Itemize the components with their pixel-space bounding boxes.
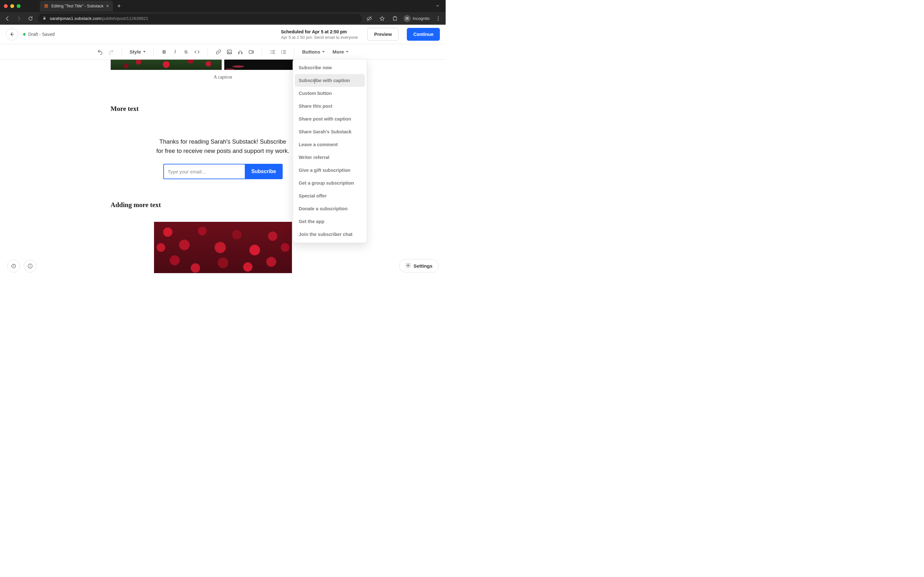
email-input[interactable]: Type your email...	[163, 164, 245, 179]
dropdown-item-join-the-subscriber-chat[interactable]: Join the subscriber chat	[295, 228, 365, 241]
dropdown-item-subscribe-with-caption[interactable]: Subscribe with caption	[295, 74, 365, 87]
dropdown-item-leave-a-comment[interactable]: Leave a comment	[295, 138, 365, 151]
editor-back-button[interactable]	[6, 28, 18, 40]
fullscreen-window-icon[interactable]	[17, 4, 21, 8]
more-label: More	[333, 49, 344, 55]
dropdown-item-give-a-gift-subscription[interactable]: Give a gift subscription	[295, 164, 365, 177]
svg-point-6	[406, 19, 407, 20]
close-tab-icon[interactable]: ×	[106, 3, 109, 9]
svg-point-12	[228, 51, 229, 52]
svg-rect-13	[238, 52, 239, 54]
url-path: /publish/post/112638921	[101, 16, 148, 21]
incognito-icon	[404, 15, 411, 22]
svg-rect-1	[45, 5, 48, 6]
eye-off-icon[interactable]	[365, 15, 373, 23]
subscribe-form: Type your email... Subscribe	[163, 164, 283, 179]
schedule-title: Scheduled for Apr 5 at 2:50 pm	[281, 29, 358, 34]
kebab-menu-icon[interactable]	[434, 15, 443, 23]
new-tab-button[interactable]: +	[118, 3, 121, 10]
bullet-list-button[interactable]	[268, 47, 278, 57]
dropdown-item-subscribe-now[interactable]: Subscribe now	[295, 61, 365, 74]
chevron-down-icon	[346, 51, 349, 53]
forward-icon[interactable]	[15, 15, 23, 23]
buttons-dropdown-panel: Subscribe now Subscribe with caption Cus…	[292, 59, 367, 243]
code-button[interactable]	[192, 47, 202, 57]
dropdown-item-donate-a-subscription[interactable]: Donate a subscription	[295, 202, 365, 215]
status-dot-icon	[23, 33, 26, 35]
editor-body: A caption More text Thanks for reading S…	[0, 60, 446, 278]
dropdown-item-get-a-group-subscription[interactable]: Get a group subscription	[295, 177, 365, 189]
svg-rect-2	[43, 18, 45, 19]
svg-point-16	[270, 50, 271, 51]
browser-tab[interactable]: Editing "Test Title" - Substack ×	[40, 1, 113, 11]
info-button[interactable]	[24, 259, 37, 272]
svg-point-10	[438, 19, 439, 21]
incognito-label: Incognito	[413, 16, 430, 21]
extensions-icon[interactable]	[391, 15, 399, 23]
tabs-overflow-icon[interactable]	[435, 3, 440, 9]
svg-rect-15	[249, 50, 252, 53]
more-dropdown[interactable]: More	[330, 47, 351, 57]
back-icon[interactable]	[3, 15, 11, 23]
ordered-list-button[interactable]: 123	[279, 47, 288, 57]
svg-point-7	[407, 19, 409, 20]
dropdown-item-share-sarahs-substack[interactable]: Share Sarah's Substack	[295, 125, 365, 138]
tab-strip: Editing "Test Title" - Substack × +	[0, 0, 446, 12]
reload-icon[interactable]	[26, 15, 35, 23]
svg-point-30	[30, 265, 31, 266]
image-button[interactable]	[225, 47, 234, 57]
subscribe-button[interactable]: Subscribe	[245, 164, 282, 179]
undo-button[interactable]	[95, 47, 105, 57]
editor-image[interactable]	[224, 60, 294, 70]
dropdown-item-special-offer[interactable]: Special offer	[295, 189, 365, 202]
minimize-window-icon[interactable]	[10, 4, 14, 8]
settings-label: Settings	[414, 263, 433, 269]
star-icon[interactable]	[378, 15, 386, 23]
redo-button[interactable]	[106, 47, 116, 57]
dropdown-item-share-this-post[interactable]: Share this post	[295, 100, 365, 113]
continue-button[interactable]: Continue	[407, 28, 440, 41]
svg-rect-4	[393, 17, 397, 20]
tab-title: Editing "Test Title" - Substack	[51, 4, 103, 8]
italic-button[interactable]: I	[170, 47, 180, 57]
svg-point-8	[438, 16, 439, 17]
close-window-icon[interactable]	[4, 4, 8, 8]
url-host: sarahjonas1.substack.com	[50, 16, 101, 21]
draft-status: Draft - Saved	[23, 32, 55, 37]
video-button[interactable]	[246, 47, 256, 57]
dropdown-item-get-the-app[interactable]: Get the app	[295, 215, 365, 228]
preview-button[interactable]: Preview	[367, 28, 399, 41]
lock-icon	[42, 16, 47, 21]
buttons-dropdown[interactable]: Buttons	[300, 47, 327, 57]
svg-rect-14	[241, 52, 242, 54]
link-button[interactable]	[214, 47, 223, 57]
editor-image[interactable]	[111, 60, 222, 70]
gear-icon	[405, 263, 411, 269]
dropdown-item-share-post-with-caption[interactable]: Share post with caption	[295, 113, 365, 125]
bold-button[interactable]: B	[160, 47, 169, 57]
svg-rect-11	[227, 50, 232, 54]
editor-toolbar: Style B I S 123 Buttons	[0, 44, 446, 60]
svg-rect-5	[395, 16, 396, 17]
text-cursor-icon	[314, 79, 315, 84]
subscribe-caption[interactable]: Thanks for reading Sarah's Substack! Sub…	[156, 137, 290, 155]
chevron-down-icon	[322, 51, 325, 53]
audio-button[interactable]	[236, 47, 245, 57]
svg-point-17	[270, 51, 271, 52]
settings-button[interactable]: Settings	[399, 259, 439, 272]
strikethrough-button[interactable]: S	[181, 47, 191, 57]
address-bar[interactable]: sarahjonas1.substack.com/publish/post/11…	[38, 14, 362, 23]
dropdown-item-custom-button[interactable]: Custom button	[295, 87, 365, 100]
style-dropdown[interactable]: Style	[128, 47, 148, 57]
dropdown-item-writer-referral[interactable]: Writer referral	[295, 151, 365, 164]
editor-image[interactable]	[154, 222, 292, 273]
svg-point-9	[438, 18, 439, 19]
svg-point-32	[407, 264, 409, 266]
app-header: Draft - Saved Scheduled for Apr 5 at 2:5…	[0, 25, 446, 44]
window-controls	[4, 4, 21, 8]
revision-history-button[interactable]	[7, 259, 20, 272]
email-placeholder: Type your email...	[168, 169, 206, 174]
svg-rect-0	[45, 5, 48, 5]
substack-favicon-icon	[44, 3, 49, 9]
chevron-down-icon	[143, 51, 145, 53]
